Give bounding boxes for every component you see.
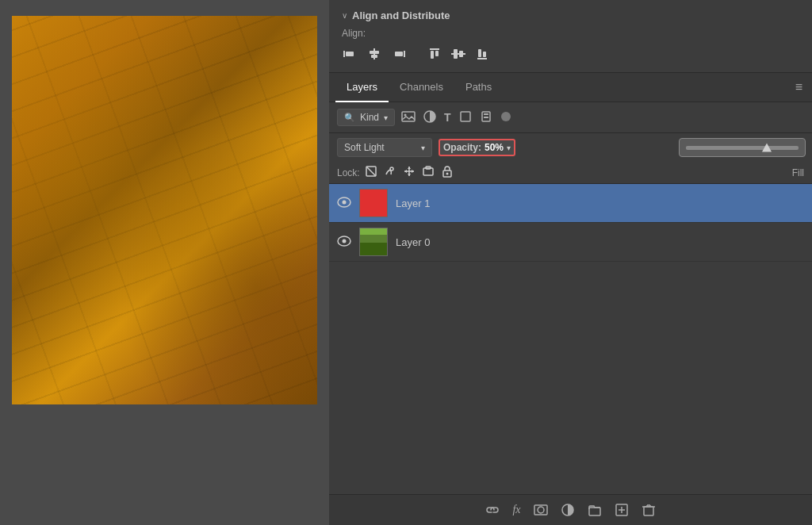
align-header: ∨ Align and Distribute	[342, 10, 799, 21]
filter-pixel-icon[interactable]	[500, 111, 511, 125]
tab-channels[interactable]: Channels	[389, 73, 454, 102]
opacity-label: Opacity:	[443, 142, 481, 153]
svg-rect-7	[430, 48, 439, 50]
fill-group: Fill	[792, 167, 804, 178]
blend-mode-dropdown[interactable]: Soft Light ▾	[337, 138, 432, 157]
lock-all-icon[interactable]	[441, 165, 454, 180]
layer0-name: Layer 0	[396, 236, 430, 248]
svg-rect-8	[431, 51, 434, 59]
add-mask-button[interactable]	[534, 503, 548, 517]
svg-rect-3	[370, 51, 379, 54]
svg-rect-4	[371, 55, 377, 58]
new-group-button[interactable]	[588, 503, 602, 517]
filter-adjustment-icon[interactable]	[423, 110, 436, 125]
svg-rect-46	[589, 508, 600, 515]
layer-item[interactable]: Layer 0	[329, 223, 812, 262]
lock-move-icon[interactable]	[403, 165, 416, 180]
svg-rect-1	[346, 52, 354, 56]
align-right-button[interactable]	[389, 45, 407, 63]
svg-point-26	[390, 167, 393, 171]
opacity-slider-handle[interactable]	[762, 144, 772, 152]
layers-list: Layer 1 Layer 0	[329, 184, 812, 494]
opacity-slider-track	[686, 146, 799, 150]
layer-visibility-icon[interactable]	[337, 236, 351, 249]
layer-visibility-icon[interactable]	[337, 197, 351, 210]
kind-dropdown-arrow: ▾	[384, 113, 388, 122]
filter-icons: T	[401, 110, 511, 125]
panel-menu-icon[interactable]: ≡	[795, 80, 802, 94]
layer1-name: Layer 1	[396, 197, 430, 209]
svg-marker-27	[408, 167, 411, 169]
svg-line-25	[366, 167, 376, 176]
opacity-arrow-icon[interactable]: ▾	[507, 144, 511, 152]
lock-paint-icon[interactable]	[384, 165, 396, 180]
tab-layers[interactable]: Layers	[335, 73, 389, 102]
delete-layer-button[interactable]	[642, 503, 656, 517]
filter-shape-icon[interactable]	[459, 110, 472, 125]
opacity-group: Opacity: 50% ▾	[439, 139, 515, 156]
lock-icons	[365, 165, 454, 180]
canvas-area	[0, 0, 329, 525]
canvas-image	[12, 16, 317, 404]
filter-image-icon[interactable]	[401, 110, 416, 125]
filter-row: 🔍 Kind ▾ T	[329, 102, 812, 133]
svg-rect-21	[484, 113, 488, 115]
svg-rect-11	[454, 49, 458, 59]
new-fill-layer-button[interactable]	[561, 503, 575, 517]
fx-button[interactable]: fx	[512, 504, 520, 516]
svg-rect-5	[404, 51, 405, 57]
svg-rect-41	[360, 243, 388, 256]
lock-transparent-icon[interactable]	[365, 165, 377, 180]
align-bottom-button[interactable]	[473, 45, 491, 63]
svg-marker-30	[412, 170, 414, 173]
svg-rect-13	[477, 58, 487, 59]
svg-rect-6	[395, 52, 403, 56]
new-layer-button[interactable]	[615, 503, 629, 517]
svg-marker-28	[408, 174, 411, 176]
collapse-chevron-icon[interactable]: ∨	[342, 11, 347, 20]
tabs-row: Layers Channels Paths ≡	[329, 73, 812, 102]
link-layers-button[interactable]	[485, 503, 500, 517]
svg-rect-19	[461, 112, 470, 121]
align-distribute-section: ∨ Align and Distribute Align:	[329, 0, 812, 73]
lock-row: Lock:	[329, 162, 812, 184]
svg-rect-14	[478, 49, 481, 57]
filter-smart-icon[interactable]	[480, 110, 492, 125]
blend-opacity-container: Soft Light ▾ Opacity: 50% ▾	[329, 133, 812, 162]
svg-rect-15	[483, 52, 486, 57]
blend-mode-arrow: ▾	[421, 144, 425, 152]
opacity-value[interactable]: 50%	[485, 142, 504, 153]
align-top-button[interactable]	[426, 45, 443, 63]
svg-marker-29	[404, 170, 407, 173]
fx-label: fx	[512, 504, 520, 516]
align-left-button[interactable]	[342, 45, 359, 63]
svg-point-39	[343, 239, 347, 243]
svg-rect-10	[451, 53, 465, 55]
svg-point-34	[446, 173, 448, 175]
layer-item[interactable]: Layer 1	[329, 184, 812, 223]
align-buttons-row	[342, 45, 799, 63]
svg-rect-16	[402, 112, 415, 121]
filter-text-icon[interactable]: T	[444, 111, 451, 124]
fill-label: Fill	[792, 167, 804, 178]
layer0-thumbnail	[359, 228, 388, 256]
lock-label: Lock:	[337, 167, 360, 178]
svg-point-23	[501, 112, 511, 121]
svg-rect-9	[435, 51, 439, 56]
kind-label: Kind	[360, 112, 379, 123]
align-label: Align:	[342, 28, 799, 39]
lock-artboard-icon[interactable]	[422, 165, 435, 180]
search-icon: 🔍	[344, 113, 355, 123]
svg-rect-22	[484, 117, 488, 118]
layer1-thumbnail	[359, 189, 388, 217]
bottom-toolbar: fx	[329, 494, 812, 525]
layers-panel: Layers Channels Paths ≡ 🔍 Kind ▾	[329, 73, 812, 525]
opacity-slider-popup[interactable]	[679, 138, 806, 157]
svg-point-17	[404, 113, 407, 116]
blend-mode-label: Soft Light	[344, 142, 385, 153]
right-panel: ∨ Align and Distribute Align:	[329, 0, 812, 525]
align-middle-v-button[interactable]	[450, 45, 467, 63]
align-center-h-button[interactable]	[366, 45, 383, 63]
kind-dropdown[interactable]: 🔍 Kind ▾	[337, 109, 395, 126]
tab-paths[interactable]: Paths	[454, 73, 503, 102]
